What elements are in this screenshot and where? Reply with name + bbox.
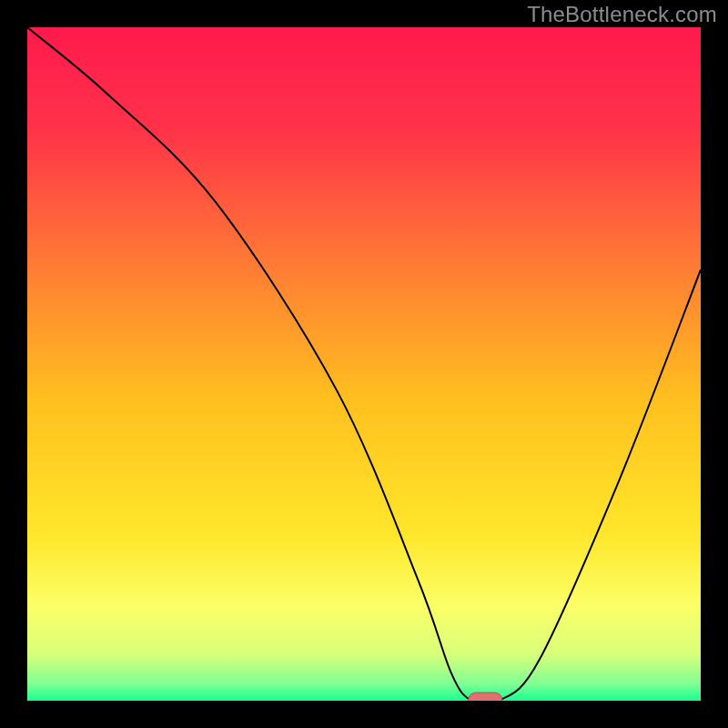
chart-svg bbox=[0, 0, 728, 728]
plot-background bbox=[27, 27, 701, 701]
optimal-marker bbox=[469, 693, 502, 709]
watermark-text: TheBottleneck.com bbox=[527, 2, 717, 27]
chart-frame: TheBottleneck.com bbox=[0, 0, 728, 728]
